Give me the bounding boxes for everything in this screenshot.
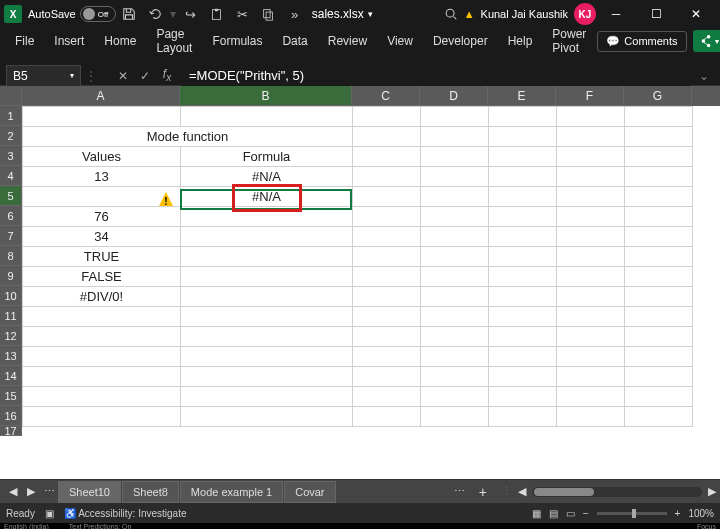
view-page-break-icon[interactable]: ▭ [566, 508, 575, 519]
cancel-formula-icon[interactable]: ✕ [113, 66, 133, 86]
zoom-out-button[interactable]: − [583, 508, 589, 519]
status-ready: Ready [6, 508, 35, 519]
row-headers: 1 2 3 4 5 6 7 8 9 10 11 12 13 14 15 16 1… [0, 106, 22, 436]
cell-a7[interactable]: 34 [23, 227, 181, 247]
cell-a9[interactable]: FALSE [23, 267, 181, 287]
tab-power-pivot[interactable]: Power Pivot [543, 23, 595, 59]
tab-help[interactable]: Help [499, 30, 542, 52]
col-header-d[interactable]: D [420, 86, 488, 106]
svg-point-4 [446, 9, 454, 17]
row-header-4[interactable]: 4 [0, 166, 22, 186]
row-header-12[interactable]: 12 [0, 326, 22, 346]
maximize-button[interactable]: ☐ [636, 0, 676, 28]
scroll-left-icon[interactable]: ◀ [518, 485, 526, 498]
cut-icon[interactable]: ✂ [230, 1, 256, 27]
sheet-tab-sheet8[interactable]: Sheet8 [122, 481, 179, 503]
add-sheet-button[interactable]: + [471, 484, 495, 500]
row-header-2[interactable]: 2 [0, 126, 22, 146]
col-header-c[interactable]: C [352, 86, 420, 106]
minimize-button[interactable]: ─ [596, 0, 636, 28]
cells-table[interactable]: Mode function ValuesFormula 13#N/A #N/A … [22, 106, 693, 427]
save-icon[interactable] [116, 1, 142, 27]
enter-formula-icon[interactable]: ✓ [135, 66, 155, 86]
row-header-16[interactable]: 16 [0, 406, 22, 426]
macro-record-icon[interactable]: ▣ [45, 508, 54, 519]
view-normal-icon[interactable]: ▦ [532, 508, 541, 519]
col-header-e[interactable]: E [488, 86, 556, 106]
tab-home[interactable]: Home [95, 30, 145, 52]
accessibility-status[interactable]: ♿ Accessibility: Investigate [64, 508, 187, 519]
scroll-right-icon[interactable]: ▶ [708, 485, 716, 498]
copy-icon[interactable] [256, 1, 282, 27]
cell-a5[interactable] [23, 187, 181, 207]
more-qat-icon[interactable]: » [282, 1, 308, 27]
zoom-slider[interactable] [597, 512, 667, 515]
horizontal-scrollbar[interactable] [532, 487, 702, 497]
sheet-nav-more[interactable]: ⋯ [40, 485, 58, 498]
col-header-b[interactable]: B [180, 86, 352, 106]
cell-b9[interactable] [181, 267, 353, 287]
tab-view[interactable]: View [378, 30, 422, 52]
cell-b4[interactable]: #N/A [181, 167, 353, 187]
row-header-1[interactable]: 1 [0, 106, 22, 126]
cell-b7[interactable] [181, 227, 353, 247]
cell-b3[interactable]: Formula [181, 147, 353, 167]
cell-b10[interactable] [181, 287, 353, 307]
spreadsheet-grid[interactable]: A B C D E F G 1 2 3 4 5 6 7 8 9 10 11 12… [0, 86, 720, 479]
cell-a4[interactable]: 13 [23, 167, 181, 187]
fx-icon[interactable]: fx [157, 66, 177, 86]
row-header-5[interactable]: 5 [0, 186, 22, 206]
tab-formulas[interactable]: Formulas [203, 30, 271, 52]
formula-input[interactable] [181, 65, 690, 87]
autosave-toggle[interactable]: Off [80, 6, 116, 22]
row-header-17[interactable]: 17 [0, 426, 22, 436]
sheet-more-icon[interactable]: ⋯ [454, 485, 465, 498]
cell-b6[interactable] [181, 207, 353, 227]
row-header-6[interactable]: 6 [0, 206, 22, 226]
tab-review[interactable]: Review [319, 30, 376, 52]
search-icon[interactable] [438, 1, 464, 27]
col-header-g[interactable]: G [624, 86, 692, 106]
close-button[interactable]: ✕ [676, 0, 716, 28]
col-header-f[interactable]: F [556, 86, 624, 106]
cell-title[interactable]: Mode function [23, 127, 353, 147]
zoom-level[interactable]: 100% [688, 508, 714, 519]
name-box[interactable]: B5▾ [6, 65, 81, 87]
tab-data[interactable]: Data [273, 30, 316, 52]
paste-icon[interactable] [204, 1, 230, 27]
cell-a3[interactable]: Values [23, 147, 181, 167]
cell-a10[interactable]: #DIV/0! [23, 287, 181, 307]
row-header-8[interactable]: 8 [0, 246, 22, 266]
tab-insert[interactable]: Insert [45, 30, 93, 52]
sheet-nav-prev[interactable]: ◀ [4, 485, 22, 498]
tab-page-layout[interactable]: Page Layout [147, 23, 201, 59]
row-header-13[interactable]: 13 [0, 346, 22, 366]
row-header-11[interactable]: 11 [0, 306, 22, 326]
row-header-3[interactable]: 3 [0, 146, 22, 166]
col-header-a[interactable]: A [22, 86, 180, 106]
select-all-corner[interactable] [0, 86, 22, 106]
zoom-in-button[interactable]: + [675, 508, 681, 519]
row-header-15[interactable]: 15 [0, 386, 22, 406]
cell-a6[interactable]: 76 [23, 207, 181, 227]
cell-a8[interactable]: TRUE [23, 247, 181, 267]
comments-button[interactable]: 💬 Comments [597, 31, 686, 52]
tab-developer[interactable]: Developer [424, 30, 497, 52]
row-header-7[interactable]: 7 [0, 226, 22, 246]
row-header-9[interactable]: 9 [0, 266, 22, 286]
sheet-nav-next[interactable]: ▶ [22, 485, 40, 498]
view-page-layout-icon[interactable]: ▤ [549, 508, 558, 519]
cell-b5[interactable]: #N/A [181, 187, 353, 207]
cell-b8[interactable] [181, 247, 353, 267]
row-header-10[interactable]: 10 [0, 286, 22, 306]
sheet-tab-sheet10[interactable]: Sheet10 [58, 481, 121, 503]
sheet-tab-covar[interactable]: Covar [284, 481, 335, 503]
expand-formula-bar-icon[interactable]: ⌄ [694, 69, 714, 83]
row-header-14[interactable]: 14 [0, 366, 22, 386]
sheet-tab-mode-example-1[interactable]: Mode example 1 [180, 481, 283, 503]
tab-file[interactable]: File [6, 30, 43, 52]
filename[interactable]: sales.xlsx▾ [312, 7, 373, 21]
avatar[interactable]: KJ [574, 3, 596, 25]
svg-rect-1 [215, 8, 218, 10]
share-button[interactable]: ▾ [693, 30, 720, 52]
